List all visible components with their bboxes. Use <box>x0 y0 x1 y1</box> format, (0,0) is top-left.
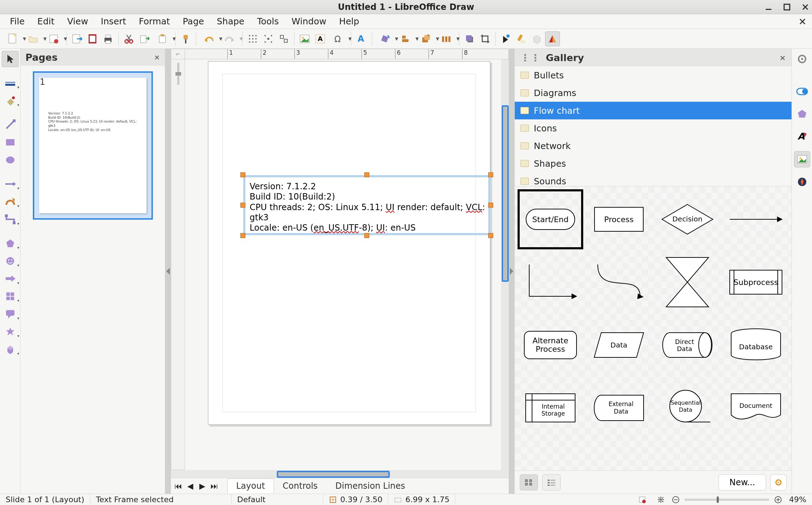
zoom-out-button[interactable] <box>670 494 681 505</box>
horizontal-ruler[interactable]: 1 2 3 4 5 6 7 8 <box>185 49 509 59</box>
gallery-close-icon[interactable]: × <box>780 53 786 62</box>
gallery-cat-shapes[interactable]: Shapes <box>515 155 792 172</box>
insert-special-char-button[interactable]: Ω▼ <box>328 31 348 46</box>
gallery-cat-flowchart[interactable]: Flow chart <box>515 102 792 119</box>
resize-handle-n[interactable] <box>364 172 369 177</box>
open-button[interactable]: ▼ <box>23 31 43 46</box>
insert-textbox-button[interactable]: A <box>313 31 328 46</box>
arrow-tool[interactable]: ▾ <box>2 176 19 192</box>
sidebar-styles-icon[interactable]: A <box>794 129 810 145</box>
shadow-button[interactable] <box>462 31 477 46</box>
status-page-style[interactable]: Default <box>232 494 323 505</box>
horizontal-scrollbar[interactable] <box>171 470 509 478</box>
gallery-iconview-button[interactable] <box>520 474 538 491</box>
gallery-item-hourglass[interactable] <box>655 252 720 312</box>
line-color-tool[interactable]: ▾ <box>2 75 19 91</box>
menu-page[interactable]: Page <box>176 15 210 28</box>
gallery-item-directdata[interactable]: DirectData <box>655 315 720 375</box>
gallery-listview-button[interactable] <box>542 474 561 491</box>
zoom-in-button[interactable] <box>773 494 783 505</box>
curve-tool[interactable]: ▾ <box>2 194 19 210</box>
gallery-cat-diagrams[interactable]: Diagrams <box>515 84 792 102</box>
gallery-item-altprocess[interactable]: Alternate Process <box>518 315 583 375</box>
ellipse-tool[interactable] <box>2 152 19 168</box>
page-thumbnail[interactable]: 1 Version: 7.1.2.2 Build ID: 10(Build:2)… <box>33 71 153 220</box>
gallery-collapse-grip[interactable] <box>509 49 514 494</box>
basic-shapes-tool[interactable]: ▾ <box>2 235 19 251</box>
gallery-cat-bullets[interactable]: Bullets <box>515 66 792 84</box>
select-tool[interactable] <box>2 51 19 67</box>
menu-format[interactable]: Format <box>132 15 176 28</box>
resize-handle-nw[interactable] <box>240 172 245 177</box>
sidebar-settings-icon[interactable] <box>794 51 810 67</box>
menu-file[interactable]: File <box>4 15 31 28</box>
tab-dimension-lines[interactable]: Dimension Lines <box>327 479 414 493</box>
gallery-item-startend[interactable]: Start/End <box>518 189 583 249</box>
pages-panel-collapse-grip[interactable] <box>165 49 171 494</box>
ruler-corner[interactable]: ⌐ <box>171 49 185 59</box>
3d-tool[interactable]: ▾ <box>2 341 19 357</box>
gallery-item-subprocess[interactable]: Subprocess <box>723 252 789 312</box>
save-button[interactable]: ▼ <box>44 31 64 46</box>
export-pdf-button[interactable] <box>85 31 100 46</box>
window-close-icon[interactable] <box>801 3 809 11</box>
block-arrows-tool[interactable]: ▾ <box>2 271 19 287</box>
status-fit-icon[interactable] <box>651 494 670 505</box>
status-save-indicator[interactable] <box>633 494 651 505</box>
snap-helplines-button[interactable] <box>261 31 276 46</box>
nav-next-button[interactable]: ▶ <box>196 480 208 492</box>
rotate-button[interactable]: ▼ <box>375 31 395 46</box>
insert-image-button[interactable] <box>297 31 312 46</box>
menu-edit[interactable]: Edit <box>31 15 61 28</box>
gallery-item-curve-arrow[interactable] <box>586 252 652 312</box>
redo-button[interactable]: ▼ <box>220 31 239 46</box>
resize-handle-e[interactable] <box>488 203 493 208</box>
gallery-new-button[interactable]: New... <box>718 474 766 491</box>
sidebar-navigator-icon[interactable] <box>794 174 810 190</box>
draw-functions-button[interactable] <box>545 31 560 46</box>
sidebar-gallery-icon[interactable] <box>794 151 810 167</box>
gallery-item-sequentialdata[interactable]: SequentialData <box>655 378 720 438</box>
distribute-button[interactable]: ▼ <box>436 31 456 46</box>
star-tool[interactable]: ▾ <box>2 323 19 340</box>
menu-tools[interactable]: Tools <box>251 15 285 28</box>
vertical-ruler[interactable] <box>171 59 185 470</box>
toggle-points-button[interactable] <box>498 31 513 46</box>
menu-window[interactable]: Window <box>285 15 333 28</box>
nav-prev-button[interactable]: ◀ <box>184 480 196 492</box>
pages-panel-close-icon[interactable]: × <box>154 53 160 61</box>
nav-first-button[interactable]: ⏮ <box>172 480 184 492</box>
zoom-slider[interactable] <box>685 499 769 501</box>
resize-handle-sw[interactable] <box>240 233 245 238</box>
connector-tool[interactable]: ▾ <box>2 211 19 227</box>
line-tool[interactable] <box>2 117 19 133</box>
undo-button[interactable]: ▼ <box>199 31 219 46</box>
callout-tool[interactable]: ▾ <box>2 306 19 322</box>
new-button[interactable]: ▼ <box>3 31 23 46</box>
export-button[interactable] <box>70 31 84 46</box>
gallery-item-internalstorage[interactable]: InternalStorage <box>518 378 583 438</box>
glue-points-button[interactable] <box>514 31 529 46</box>
gallery-item-document[interactable]: Document <box>723 378 789 438</box>
drawing-view[interactable]: Version: 7.1.2.2 Build ID: 10(Build:2) C… <box>185 59 509 470</box>
align-button[interactable]: ▼ <box>395 31 415 46</box>
gallery-item-elbow-arrow[interactable] <box>518 252 583 312</box>
resize-handle-s[interactable] <box>364 233 369 238</box>
paste-button[interactable]: ▼ <box>153 31 172 46</box>
gallery-item-decision[interactable]: Decision <box>655 189 720 249</box>
menu-shape[interactable]: Shape <box>210 15 251 28</box>
cut-button[interactable] <box>121 31 136 46</box>
tab-layout[interactable]: Layout <box>227 479 274 493</box>
text-frame-selected[interactable]: Version: 7.1.2.2 Build ID: 10(Build:2) C… <box>243 175 490 235</box>
sidebar-properties-icon[interactable] <box>794 83 810 100</box>
symbol-shapes-tool[interactable]: ▾ <box>2 253 19 269</box>
gallery-item-database[interactable]: Database <box>723 315 789 375</box>
tab-controls[interactable]: Controls <box>274 479 327 493</box>
fontwork-button[interactable]: A <box>354 31 369 46</box>
menu-help[interactable]: Help <box>333 15 365 28</box>
gallery-cat-network[interactable]: Network <box>515 137 792 155</box>
gallery-item-externaldata[interactable]: ExternalData <box>586 378 652 438</box>
document-close-icon[interactable] <box>796 18 808 25</box>
gallery-item-process[interactable]: Process <box>586 189 652 249</box>
nav-last-button[interactable]: ⏭ <box>208 480 220 492</box>
